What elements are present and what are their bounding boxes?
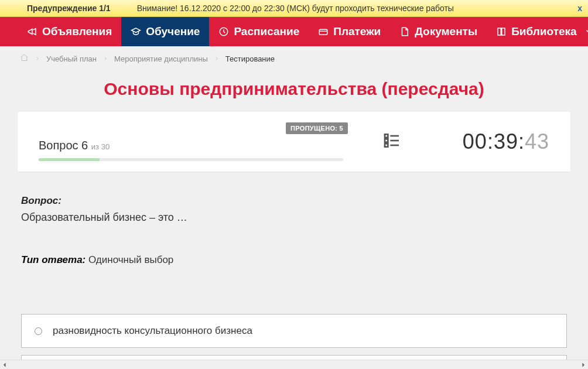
- timer-seconds: 39: [494, 129, 518, 153]
- nav-label: Библиотека: [511, 25, 576, 38]
- answer-type-value: Одиночный выбор: [88, 254, 173, 265]
- progress-fill: [39, 158, 100, 161]
- timer-centiseconds: 43: [525, 129, 549, 153]
- svg-rect-1: [319, 29, 327, 35]
- nav-label: Обучение: [146, 25, 200, 38]
- question-text: Образовательный бизнес – это …: [21, 211, 567, 224]
- close-icon[interactable]: x: [577, 4, 582, 13]
- chevron-down-icon: [584, 26, 588, 37]
- scroll-left-arrow[interactable]: [0, 360, 9, 370]
- graduation-icon: [131, 26, 141, 37]
- svg-rect-4: [385, 139, 388, 142]
- answer-option[interactable]: разновидность консультационного бизнеса: [21, 314, 567, 348]
- nav-label: Объявления: [42, 25, 112, 38]
- megaphone-icon: [27, 26, 37, 37]
- nav-schedule[interactable]: Расписание: [209, 17, 309, 46]
- question-current: 6: [81, 139, 88, 152]
- chevron-right-icon: [35, 54, 40, 63]
- home-icon[interactable]: [20, 53, 29, 64]
- question-total: 30: [101, 142, 110, 151]
- page-scroll[interactable]: Предупреждение 1/1 Внимание! 16.12.2020 …: [0, 0, 588, 360]
- timer-minutes: 00: [463, 129, 487, 153]
- question-word: Вопрос: [39, 139, 78, 152]
- breadcrumb-study-plan[interactable]: Учебный план: [46, 54, 97, 63]
- question-counter: Вопрос 6 из 30: [39, 139, 348, 152]
- nav-label: Документы: [415, 25, 477, 38]
- answer-option[interactable]: технология обеспечения информацией: [21, 355, 567, 360]
- warning-bar: Предупреждение 1/1 Внимание! 16.12.2020 …: [0, 0, 588, 17]
- svg-rect-6: [385, 144, 388, 146]
- nav-education[interactable]: Обучение: [121, 17, 209, 46]
- nav-documents[interactable]: Документы: [390, 17, 487, 46]
- nav-announcements[interactable]: Объявления: [18, 17, 121, 46]
- chevron-right-icon: [214, 54, 220, 63]
- book-icon: [496, 26, 507, 37]
- of-word: из: [91, 142, 99, 151]
- answer-type-label: Тип ответа:: [21, 254, 86, 265]
- answers-list: разновидность консультационного бизнеса …: [18, 314, 570, 360]
- nav-payments[interactable]: Платежи: [309, 17, 390, 46]
- quiz-status-panel: ПРОПУЩЕНО: 5 Вопрос 6 из 30: [18, 112, 570, 172]
- breadcrumb: Учебный план Мероприятие дисциплины Тест…: [0, 46, 588, 71]
- progress-bar: [39, 158, 343, 161]
- chevron-right-icon: [102, 54, 108, 63]
- skipped-badge: ПРОПУЩЕНО: 5: [286, 122, 348, 134]
- nav-label: Платежи: [333, 25, 381, 38]
- question-list-icon[interactable]: [382, 131, 401, 152]
- clock-icon: [218, 26, 229, 37]
- horizontal-scrollbar[interactable]: [0, 360, 588, 369]
- warning-text: Внимание! 16.12.2020 с 22:00 до 22:30 (М…: [137, 4, 454, 13]
- wallet-icon: [318, 26, 329, 37]
- scroll-track[interactable]: [9, 360, 579, 369]
- main-nav: Объявления Обучение Расписание Платежи Д…: [0, 17, 588, 46]
- nav-label: Расписание: [234, 25, 299, 38]
- answer-text: разновидность консультационного бизнеса: [53, 325, 252, 337]
- scroll-right-arrow[interactable]: [579, 360, 588, 370]
- document-icon: [399, 26, 410, 37]
- breadcrumb-testing: Тестирование: [225, 54, 275, 63]
- warning-title: Предупреждение 1/1: [27, 4, 111, 13]
- timer: 00:39:43: [463, 129, 549, 153]
- nav-library[interactable]: Библиотека: [487, 17, 588, 46]
- svg-rect-2: [385, 134, 388, 137]
- question-label: Вопрос:: [21, 195, 567, 207]
- breadcrumb-discipline-event[interactable]: Мероприятие дисциплины: [114, 54, 208, 63]
- page-title: Основы предпринимательства (пересдача): [0, 71, 588, 112]
- radio-icon[interactable]: [35, 327, 42, 335]
